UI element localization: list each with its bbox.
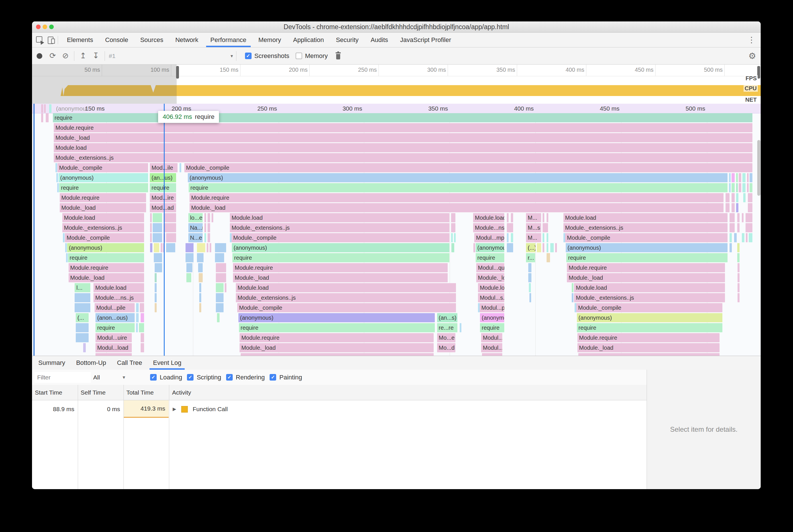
- flame-bar-moduleload[interactable]: Module.load: [236, 283, 456, 292]
- flame-bar[interactable]: [136, 313, 139, 322]
- flame-bar[interactable]: [95, 353, 132, 356]
- flame-bar[interactable]: [748, 203, 752, 212]
- flame-bar-require[interactable]: require: [577, 323, 722, 332]
- flame-bar[interactable]: [215, 253, 224, 262]
- flame-bar-moduleload[interactable]: Module.load: [574, 283, 725, 292]
- flame-bar[interactable]: [736, 193, 739, 202]
- flame-bar[interactable]: [216, 273, 226, 282]
- flame-bar[interactable]: [55, 163, 57, 172]
- flame-bar[interactable]: [241, 353, 434, 356]
- flame-bar[interactable]: [75, 303, 90, 312]
- flame-bar-modulquire[interactable]: Modul...quire: [476, 263, 504, 272]
- flame-bar[interactable]: [739, 183, 741, 192]
- flame-bar[interactable]: [732, 173, 735, 182]
- flame-bar[interactable]: [547, 253, 550, 262]
- flame-bar[interactable]: [150, 213, 152, 222]
- flame-bar-anonymous[interactable]: (anonymous): [232, 243, 449, 252]
- rendering-checkbox[interactable]: ✓Rendering: [226, 374, 265, 381]
- dropdown-caret-icon[interactable]: ▼: [122, 375, 126, 380]
- flame-bar[interactable]: [41, 113, 43, 122]
- flame-bar[interactable]: [742, 173, 745, 182]
- flame-bar[interactable]: [749, 233, 752, 242]
- flame-bar-modulecompile[interactable]: Module._compile: [65, 233, 144, 242]
- flame-bar[interactable]: [742, 183, 745, 192]
- flame-bar-moduleextensionsjs[interactable]: Module._extensions..js: [574, 293, 725, 302]
- flame-bar-anonous[interactable]: (anon...ous): [95, 313, 135, 322]
- column-header-total-time[interactable]: Total Time: [126, 385, 154, 400]
- flame-bar[interactable]: [542, 223, 548, 232]
- flame-bar[interactable]: [186, 263, 192, 272]
- tab-call-tree[interactable]: Call Tree: [112, 356, 147, 370]
- column-divider[interactable]: [169, 385, 169, 489]
- flame-bar-ne[interactable]: N...e: [188, 233, 203, 242]
- flame-bar[interactable]: [547, 233, 548, 242]
- flame-bar-moduleload[interactable]: Module._load: [69, 273, 144, 282]
- flame-bar-anonymous[interactable]: (anonymous): [67, 243, 144, 252]
- flame-bar[interactable]: [153, 213, 162, 222]
- flame-mini-bar[interactable]: [41, 104, 43, 113]
- flame-bar-require[interactable]: require: [189, 183, 727, 192]
- tab-javascript-profiler[interactable]: JavaScript Profiler: [394, 33, 457, 47]
- flame-bar-moduleextensionsjs[interactable]: Module._extensions..js: [236, 293, 456, 302]
- flame-bar[interactable]: [199, 293, 201, 302]
- flame-bar[interactable]: [199, 283, 201, 292]
- flame-bar-modulpile[interactable]: Modul...pile: [95, 303, 135, 312]
- column-header-self-time[interactable]: Self Time: [80, 385, 106, 400]
- flame-bar-require[interactable]: require: [566, 253, 727, 262]
- session-caret-icon[interactable]: ▼: [230, 54, 234, 58]
- flame-bar[interactable]: [155, 293, 156, 302]
- flame-bar[interactable]: [186, 273, 191, 282]
- flame-mini-bar[interactable]: [49, 104, 52, 113]
- flame-bar[interactable]: [65, 243, 67, 252]
- flame-bar-r[interactable]: r...: [526, 253, 535, 262]
- flame-bar[interactable]: [166, 233, 176, 242]
- flame-bar-modulecompile[interactable]: Module._compile: [232, 233, 449, 242]
- flame-bar[interactable]: [139, 323, 144, 332]
- device-toolbar-icon[interactable]: [48, 36, 55, 44]
- tab-bottom-up[interactable]: Bottom-Up: [72, 356, 111, 370]
- memory-checkbox[interactable]: ✓ Memory: [296, 52, 328, 60]
- flame-bar[interactable]: [564, 233, 565, 242]
- flame-bar[interactable]: [141, 333, 144, 342]
- event-log-row[interactable]: 88.9 ms 0 ms 419.3 ms ▶ Function Call: [32, 400, 647, 418]
- flame-bar[interactable]: [725, 193, 729, 202]
- flame-bar[interactable]: [215, 243, 226, 252]
- flame-bar[interactable]: [57, 183, 59, 192]
- flame-bar-moduleload[interactable]: Module.load: [62, 213, 144, 222]
- flame-bar[interactable]: [511, 233, 513, 242]
- flame-bar-moduleload[interactable]: Module.load: [230, 213, 449, 222]
- flame-bar-ans[interactable]: (an...s): [437, 313, 457, 322]
- flame-bar-modulpile[interactable]: Modul...pile: [480, 303, 504, 312]
- flame-bar-modulerequire[interactable]: Module.require: [189, 193, 723, 202]
- flame-bar-nar[interactable]: Na...r: [188, 223, 203, 232]
- flame-bar-moduleload[interactable]: Module._load: [476, 273, 504, 282]
- flame-bar-modulload[interactable]: Modul...load: [481, 343, 502, 352]
- flame-bar[interactable]: [507, 223, 513, 232]
- flame-bar-anonymous[interactable]: (anonymous): [238, 313, 435, 322]
- record-button[interactable]: [37, 53, 42, 59]
- flame-bar[interactable]: [75, 293, 90, 302]
- flame-bar-modulerequire[interactable]: Module.require: [240, 333, 434, 342]
- flame-bar[interactable]: [186, 243, 193, 252]
- load-profile-icon[interactable]: ↥: [80, 52, 86, 60]
- flame-bar[interactable]: [550, 243, 554, 252]
- flame-bar-anonymous[interactable]: (anonymous): [577, 313, 722, 322]
- flame-bar[interactable]: [736, 203, 739, 212]
- flame-bar-mod[interactable]: Mo...d: [437, 343, 456, 352]
- flame-bar[interactable]: [83, 343, 86, 352]
- flame-bar-require[interactable]: require: [53, 113, 752, 122]
- flame-bar[interactable]: [730, 213, 735, 222]
- flame-bar-anonymous[interactable]: (anonymous): [59, 173, 148, 182]
- flame-bar-modulecompile[interactable]: Module._compile: [57, 163, 148, 172]
- flame-bar[interactable]: [730, 223, 735, 232]
- flame-bar[interactable]: [180, 163, 181, 172]
- flame-bar[interactable]: [153, 233, 162, 242]
- flame-bar[interactable]: [451, 213, 455, 222]
- flame-bar[interactable]: [730, 243, 732, 252]
- flame-bar[interactable]: [56, 173, 58, 182]
- flame-bar[interactable]: [141, 343, 144, 352]
- flame-bar[interactable]: [140, 303, 144, 312]
- column-divider[interactable]: [78, 385, 78, 489]
- flame-bar-moduleextensionsjs[interactable]: Module._extensions..js: [62, 223, 144, 232]
- flame-bar[interactable]: [572, 293, 573, 302]
